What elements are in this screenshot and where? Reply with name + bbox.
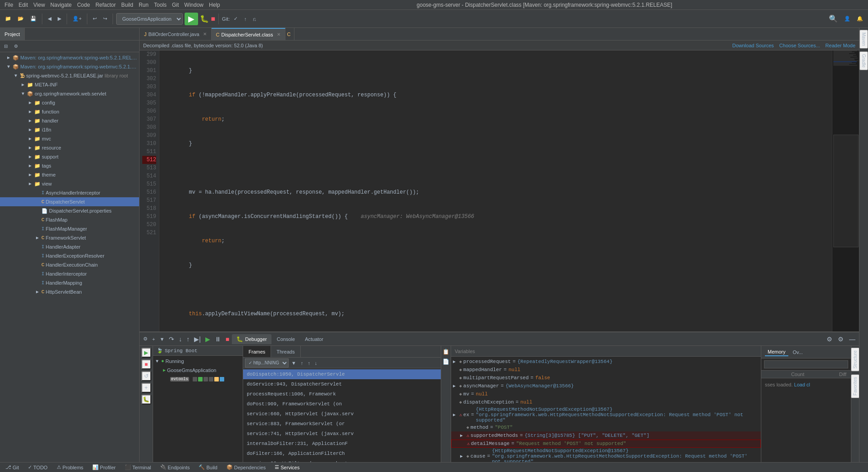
frames-navigate-down[interactable]: ↓ <box>313 359 319 367</box>
tree-item-theme[interactable]: ▶ 📁 theme <box>0 170 139 179</box>
frame-item-9[interactable]: service:33, WsFilter (org.apache.to <box>243 458 441 462</box>
debug-resume[interactable]: ▶ <box>203 335 212 344</box>
var-row-mv[interactable]: ▶ ◆ mv = null <box>451 390 761 398</box>
strip-endpoints[interactable]: 🔌 Endpoints <box>157 463 194 471</box>
tree-item-http-servlet-bean[interactable]: ▶ C HttpServletBean <box>0 287 139 296</box>
settings-tree-btn[interactable]: ⚙ <box>12 42 20 50</box>
redo-btn[interactable]: ↪ <box>101 14 109 23</box>
close-tab-btn[interactable]: ✕ <box>203 32 207 36</box>
debug-stop[interactable]: ■ <box>224 335 231 344</box>
save-btn[interactable]: 💾 <box>28 14 39 23</box>
tree-item-maven2[interactable]: ▼ 📦 Maven: org.springframework:spring-we… <box>0 62 139 71</box>
frame-item-8[interactable]: doFilter:166, ApplicationFilterCh <box>243 449 441 458</box>
frames-export-btn[interactable]: ↑ <box>299 359 305 367</box>
var-row-async-manager[interactable]: ▶ ◆ asyncManager = {WebAsyncManager@1356… <box>451 382 761 390</box>
tab-debugger[interactable]: 🐛 Debugger <box>232 334 271 344</box>
tree-item-async-handler[interactable]: ▶ I AsyncHandlerInterceptor <box>0 188 139 197</box>
structure-btn[interactable]: Structure <box>851 348 859 372</box>
menu-build[interactable]: Build <box>118 2 136 8</box>
stop-button[interactable]: ■ <box>211 15 215 23</box>
tree-item-pkg[interactable]: ▼ 📦 org.springframework.web.servlet <box>0 89 139 98</box>
tree-item-handler-mapping[interactable]: ▶ I HandlerMapping <box>0 278 139 287</box>
strip-services[interactable]: ☰ Services <box>271 463 303 471</box>
menu-tools[interactable]: Tools <box>151 2 169 8</box>
var-row-multipart[interactable]: ▶ ◆ multipartRequestParsed = false <box>451 374 761 382</box>
frame-item-2[interactable]: processRequest:1006, Framework <box>243 389 441 399</box>
tree-item-dispatcher-servlet[interactable]: ▶ C DispatcherServlet <box>0 197 139 206</box>
forward-btn[interactable]: ▶ <box>55 14 63 23</box>
close-tab-active-btn[interactable]: ✕ <box>277 32 280 37</box>
panel-minimize-btn[interactable]: — <box>847 335 857 344</box>
var-row-method[interactable]: ▶ ◆ method = "POST" <box>451 423 761 431</box>
tree-item-handler-exec-chain[interactable]: ▶ C HandlerExecutionChain <box>0 260 139 269</box>
minimap-viewport[interactable] <box>833 135 859 247</box>
reader-mode-link[interactable]: Reader Mode <box>825 43 855 48</box>
frame-item-7[interactable]: internalDoFilter:231, ApplicationF <box>243 439 441 449</box>
spring-debug-btn[interactable]: 🐛 <box>141 395 151 404</box>
debug-run-cursor[interactable]: ▶| <box>192 335 203 344</box>
frame-item-1[interactable]: doService:943, DispatcherServlet <box>243 379 441 389</box>
services-filter-btn[interactable]: ▼ <box>158 336 166 343</box>
services-add-btn[interactable]: + <box>150 336 157 343</box>
undo-btn[interactable]: ↩ <box>90 14 99 23</box>
tree-item-flashmap[interactable]: ▶ C FlashMap <box>0 215 139 224</box>
settings-btn[interactable]: 👤 <box>842 14 853 23</box>
menu-run[interactable]: Run <box>136 2 151 8</box>
tree-item-support[interactable]: ▶ 📁 support <box>0 152 139 161</box>
menu-file[interactable]: File <box>2 2 16 8</box>
strip-terminal[interactable]: ⬛ Terminal <box>121 463 155 471</box>
git-update-btn[interactable]: ✓ <box>231 14 240 23</box>
tab-bill-order-controller[interactable]: J BillOrderController.java ✕ <box>140 28 212 41</box>
ov-tab[interactable]: Ov... <box>790 349 805 356</box>
frame-item-5[interactable]: service:883, FrameworkServlet (or <box>243 419 441 429</box>
thread-selector[interactable]: ✓ http...NNING <box>245 359 289 368</box>
tab-other[interactable]: C <box>285 28 294 41</box>
search-everywhere-btn[interactable]: 👤+ <box>70 14 84 23</box>
var-row-dispatch-exception[interactable]: ▶ ◆ dispatchException = null <box>451 398 761 406</box>
debug-pause[interactable]: ⏸ <box>213 335 223 344</box>
new-project-btn[interactable]: 📁 <box>3 14 14 23</box>
debug-step-into[interactable]: ↓ <box>177 335 184 344</box>
spring-run-btn[interactable]: ▶ <box>141 348 151 358</box>
memory-tab[interactable]: Memory <box>765 348 788 356</box>
panel-config-btn[interactable]: ⚙ <box>836 335 845 344</box>
var-row-mapped-handler[interactable]: ▶ ◆ mappedHandler = null <box>451 366 761 374</box>
run-button[interactable]: ▶ <box>185 13 198 25</box>
updates-btn[interactable]: 🔔 <box>854 14 865 23</box>
tree-item-resource[interactable]: ▶ 📁 resource <box>0 143 139 152</box>
panel-settings-btn[interactable]: ⚙ <box>825 335 834 344</box>
menu-view[interactable]: View <box>31 2 48 8</box>
tree-item-framework-servlet[interactable]: ▶ C FrameworkServlet <box>0 233 139 242</box>
frames-filter-btn[interactable]: ▼ <box>289 359 298 367</box>
tree-item-running[interactable]: ▼ ● Running <box>154 357 242 366</box>
tab-dispatcher-servlet[interactable]: C DispatcherServlet.class ✕ <box>212 28 285 41</box>
tree-item-i18n[interactable]: ▶ 📁 i18n <box>0 125 139 134</box>
spring-restart-btn[interactable]: ↺ <box>141 371 151 381</box>
debug-button[interactable]: 🐛 <box>200 14 209 23</box>
menu-edit[interactable]: Edit <box>16 2 31 8</box>
code-editor[interactable]: 299 300 301 302 303 304 305 306 307 308 … <box>140 50 859 331</box>
menu-git[interactable]: Git <box>169 2 181 8</box>
strip-todo[interactable]: ✓ TODO <box>24 463 51 471</box>
back-btn[interactable]: ◀ <box>45 14 54 23</box>
menu-help[interactable]: Help <box>206 2 223 8</box>
favorites-btn[interactable]: Favorites <box>851 374 859 398</box>
menu-navigate[interactable]: Navigate <box>48 2 74 8</box>
maven-btn[interactable]: Maven <box>859 30 868 49</box>
tab-console[interactable]: Console <box>272 335 299 344</box>
gradle-btn[interactable]: Gradle <box>859 51 868 70</box>
tree-item-handler-adapter[interactable]: ▶ I HandlerAdapter <box>0 242 139 251</box>
debug-step-over[interactable]: ↷ <box>167 335 176 344</box>
git-push-btn[interactable]: ↑ <box>242 15 249 23</box>
frame-item-3[interactable]: doPost:909, FrameworkServlet (on <box>243 399 441 409</box>
tree-item-mvc[interactable]: ▶ 📁 mvc <box>0 134 139 143</box>
copy-btn[interactable]: 📋 <box>441 348 451 356</box>
collapse-all-btn[interactable]: ⊟ <box>2 42 10 50</box>
tree-item-meta-inf[interactable]: ▶ 📁 META-INF <box>0 80 139 89</box>
menu-code[interactable]: Code <box>74 2 93 8</box>
frame-item-0[interactable]: doDispatch:1050, DispatcherServle <box>243 369 441 379</box>
tree-item-maven1[interactable]: ▶ 📦 Maven: org.springframework:spring-we… <box>0 53 139 62</box>
debug-step-out[interactable]: ↑ <box>185 335 191 344</box>
tree-item-function[interactable]: ▶ 📁 function <box>0 107 139 116</box>
strip-build[interactable]: 🔨 Build <box>195 463 221 471</box>
